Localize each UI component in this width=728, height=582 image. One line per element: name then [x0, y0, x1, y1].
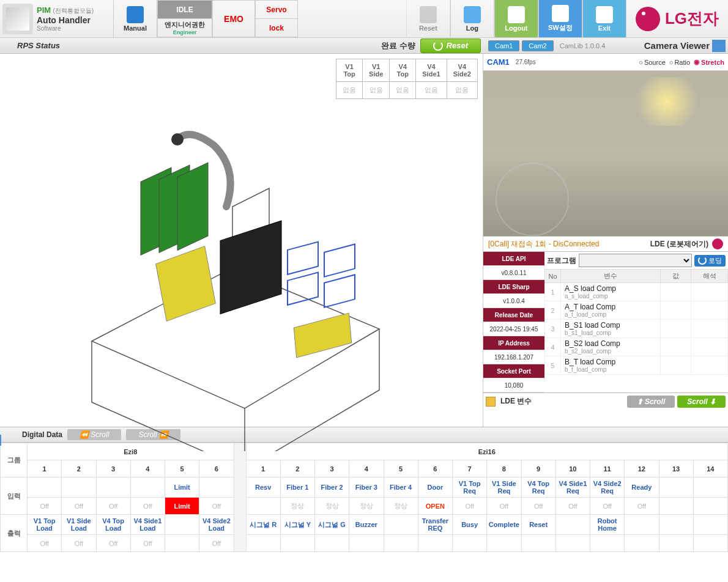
- col-num: 8: [487, 460, 521, 477]
- col-num: 12: [625, 460, 659, 477]
- v-status-table: V1Top V1Side V4Top V4Side1 V4Side2 없음 없음…: [336, 59, 478, 99]
- lg-small-icon: [712, 238, 723, 249]
- app-logo: PIM (전력통합모듈) Auto Handler Software: [0, 0, 113, 37]
- dd-cell: V4 Side2 Req: [590, 477, 625, 498]
- dd-cell: V4 Side2 Load: [199, 515, 234, 535]
- dd-cell: Reset: [521, 515, 555, 535]
- lde-api-label: LDE API: [483, 252, 544, 266]
- dd-cell: [487, 535, 521, 552]
- camera-feed: [483, 71, 728, 236]
- dd-cell: OPEN: [418, 498, 452, 515]
- svg-rect-4: [220, 221, 281, 314]
- dd-cell: Off: [487, 498, 521, 515]
- log-icon: [464, 6, 481, 23]
- dd-cell: 정상: [315, 498, 349, 515]
- release-label: Release Date: [483, 308, 544, 322]
- col-num: 2: [280, 460, 314, 477]
- dd-cell: Buzzer: [349, 515, 384, 535]
- dd-cell: Off: [199, 535, 234, 552]
- dd-cell: Robot Home: [590, 515, 625, 535]
- manual-button[interactable]: Manual: [113, 0, 157, 37]
- dd-cell: [521, 535, 555, 552]
- dd-cell: V1 Top Load: [28, 515, 62, 535]
- dd-cell: V4 Top Load: [96, 515, 130, 535]
- dd-cell: [625, 535, 659, 552]
- svg-rect-7: [288, 272, 318, 304]
- cam2-toggle[interactable]: Cam2: [522, 40, 553, 51]
- dd-cell: V1 Side Req: [487, 477, 521, 498]
- loading-button[interactable]: 로딩: [694, 255, 726, 267]
- camera-viewer-title: Camera Viewer: [644, 40, 710, 51]
- dd-cell: Off: [28, 498, 62, 515]
- dd-cell: [349, 535, 384, 552]
- variable-row[interactable]: 4B_S2 load Compb_s2_load_comp: [545, 338, 728, 356]
- dd-cell: Door: [418, 477, 452, 498]
- svg-rect-5: [288, 241, 318, 274]
- dd-cell: V1 Top Req: [453, 477, 487, 498]
- dd-cell: [555, 535, 590, 552]
- servo-status: Servo: [256, 1, 297, 19]
- col-num: 1: [28, 460, 62, 477]
- idle-status: IDLE: [158, 1, 212, 19]
- reset-qty-button[interactable]: Reset: [420, 39, 481, 53]
- variable-row[interactable]: 3B_S1 load Compb_s1_load_comp: [545, 320, 728, 338]
- col-num: 6: [418, 460, 452, 477]
- col-num: 3: [96, 460, 130, 477]
- lg-circle-icon: [636, 7, 660, 31]
- dd-cell: [659, 515, 693, 535]
- reset-icon: [420, 6, 437, 23]
- lde-footer: LDE 변수 ⬆ Scroll Scroll ⬇: [483, 392, 728, 410]
- dd-cell: Off: [96, 498, 130, 515]
- machine-3d-view[interactable]: [61, 109, 416, 451]
- ip-label: IP Address: [483, 336, 544, 350]
- col-num: 11: [590, 460, 625, 477]
- variable-row[interactable]: 2A_T load Compa_t_load_comp: [545, 301, 728, 320]
- radio-stretch[interactable]: ◉ Stretch: [694, 58, 724, 66]
- variable-row[interactable]: 1A_S load Compa_s_load_comp: [545, 283, 728, 301]
- dd-cell: [555, 515, 590, 535]
- sw-config-button[interactable]: SW설정: [538, 0, 582, 37]
- cam1-toggle[interactable]: Cam1: [488, 40, 519, 51]
- status-group: IDLE 엔지니어권한Engineer: [157, 0, 212, 37]
- logout-icon: [508, 6, 525, 23]
- log-button[interactable]: Log: [450, 0, 494, 37]
- logout-button[interactable]: Logout: [494, 0, 538, 37]
- program-select[interactable]: [579, 254, 692, 267]
- dd-cell: V1 Side Load: [62, 515, 96, 535]
- reset-button[interactable]: Reset: [406, 0, 450, 37]
- lde-section: LDE API v0.8.0.11 LDE Sharp v1.0.0.4 Rel…: [483, 252, 728, 392]
- dd-cell: Off: [625, 498, 659, 515]
- dd-cell: Off: [453, 498, 487, 515]
- dd-cell: [246, 498, 280, 515]
- right-panel: CAM1 27.6fps ○ Source ○ Ratio ◉ Stretch …: [483, 54, 728, 427]
- dd-cell: Limit: [165, 498, 199, 515]
- done-qty-label: 완료 수량: [381, 40, 415, 51]
- dd-cell: 시그널 R: [246, 515, 280, 535]
- lde-sharp-label: LDE Sharp: [483, 280, 544, 294]
- dd-cell: [590, 535, 625, 552]
- dd-cell: [246, 535, 280, 552]
- dd-cell: V4 Top Req: [521, 477, 555, 498]
- dd-cell: [130, 477, 165, 498]
- variable-table[interactable]: No변수값해석 1A_S load Compa_s_load_comp2A_T …: [544, 269, 728, 392]
- input-header: 입력: [1, 477, 28, 515]
- variable-row[interactable]: 5B_T load Compb_t_load_comp: [545, 356, 728, 375]
- radio-source[interactable]: ○ Source: [639, 58, 666, 66]
- dd-cell: [693, 515, 727, 535]
- svg-rect-0: [156, 246, 216, 322]
- exit-button[interactable]: Exit: [582, 0, 626, 37]
- col-num: 1: [246, 460, 280, 477]
- radio-ratio[interactable]: ○ Ratio: [669, 58, 690, 66]
- dd-title: Digital Data: [22, 430, 62, 439]
- engineer-status: 엔지니어권한Engineer: [158, 19, 212, 37]
- dd-cell: [659, 535, 693, 552]
- group-header: 그룹: [1, 443, 28, 477]
- svg-rect-6: [324, 244, 355, 276]
- dd-cell: Busy: [453, 515, 487, 535]
- servo-lock-group: Servo lock: [255, 0, 298, 37]
- scroll-up-button[interactable]: ⬆ Scroll: [627, 396, 675, 408]
- lde-title: LDE (로봇제어기): [650, 239, 708, 249]
- scroll-down-button[interactable]: Scroll ⬇: [677, 396, 726, 408]
- port-val: 10,080: [483, 378, 544, 392]
- rps-title: RPS Status: [17, 41, 60, 50]
